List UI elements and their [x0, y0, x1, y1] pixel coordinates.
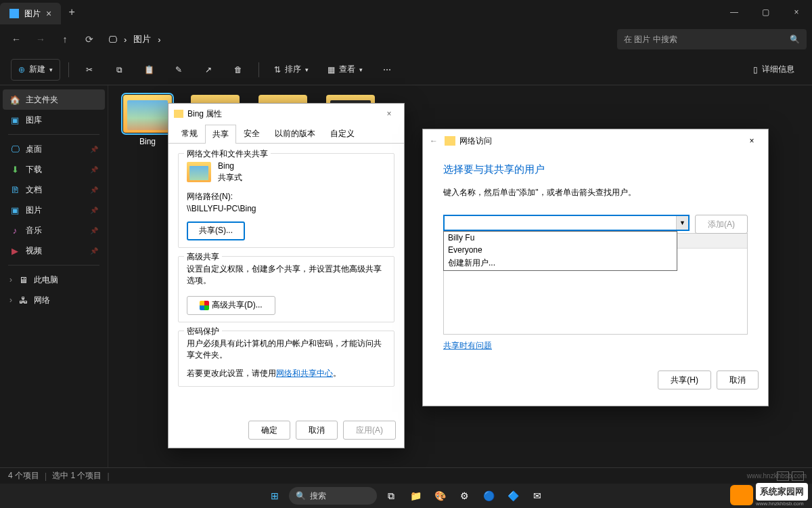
pin-icon: 📌 [90, 227, 98, 234]
tab-previous[interactable]: 以前的版本 [267, 124, 323, 143]
taskbar-app[interactable]: ✉ [527, 486, 547, 506]
active-tab[interactable]: 图片 × [0, 3, 61, 24]
add-button[interactable]: 添加(A) [695, 215, 748, 234]
cancel-button[interactable]: 取消 [717, 371, 759, 389]
dialog-title: 网络访问 [459, 135, 492, 147]
tab-share[interactable]: 共享 [205, 125, 236, 144]
dropdown-caret[interactable]: ▼ [676, 216, 688, 230]
close-tab-icon[interactable]: × [46, 8, 51, 19]
paste-button[interactable]: 📋 [137, 59, 161, 81]
close-window-button[interactable]: × [781, 0, 812, 24]
taskbar-app[interactable]: 📁 [405, 486, 426, 506]
share-dialog: ← 网络访问 × 选择要与其共享的用户 键入名称，然后单击"添加"，或者单击箭头… [422, 129, 769, 406]
navbar: ← → ↑ ⟳ 🖵 › 图片 › 在 图片 中搜索 🔍 [0, 24, 812, 54]
close-button[interactable]: × [380, 109, 399, 119]
apply-button[interactable]: 应用(A) [343, 421, 396, 440]
desktop-icon: 🖵 [9, 144, 20, 154]
pictures-icon [9, 9, 19, 18]
breadcrumb-item[interactable]: 图片 [133, 33, 151, 45]
password-section: 密码保护 用户必须具有此计算机的用户帐户和密码，才能访问共享文件夹。 若要更改此… [178, 331, 394, 387]
taskbar: ⊞ 🔍搜索 ⧉ 📁 🎨 ⚙ 🔵 🔷 ✉ ^ 英 ., [0, 484, 812, 508]
heading: 选择要与其共享的用户 [443, 163, 748, 176]
close-button[interactable]: × [742, 136, 761, 146]
sidebar-item-downloads[interactable]: ⬇下载📌 [3, 159, 105, 179]
sidebar-item-music[interactable]: ♪音乐📌 [3, 220, 105, 240]
item-count: 4 个项目 [8, 470, 39, 482]
search-input[interactable]: 在 图片 中搜索 🔍 [617, 29, 807, 49]
folder-icon [187, 162, 211, 182]
taskbar-app[interactable]: 🔷 [503, 486, 523, 506]
rename-button[interactable]: ✎ [166, 59, 191, 81]
dialog-title: Bing 属性 [187, 108, 222, 120]
house-icon [730, 485, 753, 505]
cancel-button[interactable]: 取消 [296, 421, 338, 440]
tab-body: 网络文件和文件夹共享 Bing 共享式 网络路径(N): \\BILLYFU-P… [168, 143, 404, 421]
sidebar-item-documents[interactable]: 🖹文档📌 [3, 179, 105, 200]
trouble-link[interactable]: 共享时有问题 [443, 340, 492, 352]
pin-icon: 📌 [90, 207, 98, 214]
plus-icon: ⊕ [18, 65, 25, 75]
up-button[interactable]: ↑ [54, 28, 76, 50]
pin-icon: 📌 [90, 247, 98, 255]
sidebar-item-desktop[interactable]: 🖵桌面📌 [3, 139, 105, 159]
advanced-share-button[interactable]: 高级共享(D)... [187, 296, 275, 315]
more-button[interactable]: ⋯ [375, 59, 399, 81]
share-confirm-button[interactable]: 共享(H) [658, 371, 711, 389]
copy-button[interactable]: ⧉ [107, 59, 131, 81]
dropdown-item[interactable]: Billy Fu [444, 232, 677, 244]
user-input[interactable] [445, 216, 676, 230]
shield-icon [200, 301, 209, 310]
folder-item[interactable]: Bing [120, 95, 175, 146]
monitor-icon: 🖵 [108, 35, 117, 45]
sidebar-item-thispc[interactable]: ›🖥此电脑 [3, 270, 105, 290]
view-icon: ▦ [328, 65, 335, 75]
paste-icon: 📋 [144, 65, 154, 75]
refresh-button[interactable]: ⟳ [78, 28, 100, 50]
dropdown-item[interactable]: 创建新用户... [444, 256, 677, 270]
task-view-button[interactable]: ⧉ [381, 486, 401, 506]
forward-button[interactable]: → [30, 28, 51, 50]
dialog-titlebar[interactable]: ← 网络访问 × [423, 129, 768, 152]
video-icon: ▶ [9, 246, 20, 256]
minimize-button[interactable]: — [719, 0, 750, 24]
new-tab-button[interactable]: + [61, 0, 83, 24]
sidebar-item-pictures[interactable]: ▣图片📌 [3, 200, 105, 220]
sidebar-item-gallery[interactable]: ▣图库 [3, 110, 105, 130]
network-share-section: 网络文件和文件夹共享 Bing 共享式 网络路径(N): \\BILLYFU-P… [178, 153, 394, 248]
sidebar-item-network[interactable]: ›🖧网络 [3, 290, 105, 310]
folder-name: Bing [218, 161, 242, 172]
tab-custom[interactable]: 自定义 [323, 124, 362, 143]
pin-icon: 📌 [90, 146, 98, 153]
tab-security[interactable]: 安全 [236, 124, 267, 143]
ok-button[interactable]: 确定 [248, 421, 290, 440]
share-button[interactable]: ↗ [196, 59, 221, 81]
breadcrumb[interactable]: 🖵 › 图片 › [108, 33, 161, 45]
tab-label: 图片 [24, 8, 41, 20]
user-combo[interactable]: ▼ Billy Fu Everyone 创建新用户... [443, 215, 690, 231]
taskbar-search[interactable]: 🔍搜索 [289, 487, 377, 505]
sidebar-item-home[interactable]: 🏠主文件夹 [3, 89, 105, 110]
watermark-badge: 系统家园网www.hnzkhbsb.com [730, 483, 808, 507]
music-icon: ♪ [9, 226, 20, 236]
network-center-link[interactable]: 网络和共享中心 [276, 368, 333, 378]
view-button[interactable]: ▦ 查看 ▾ [321, 59, 369, 81]
start-button[interactable]: ⊞ [265, 486, 285, 506]
back-icon[interactable]: ← [430, 136, 438, 146]
chevron-down-icon: ▾ [49, 66, 53, 73]
tab-general[interactable]: 常规 [174, 124, 205, 143]
taskbar-app[interactable]: 🔵 [478, 486, 499, 506]
sidebar-item-videos[interactable]: ▶视频📌 [3, 240, 105, 261]
cut-button[interactable]: ✂ [77, 59, 102, 81]
dialog-titlebar[interactable]: Bing 属性 × [168, 104, 404, 124]
delete-button[interactable]: 🗑 [226, 59, 250, 81]
new-button[interactable]: ⊕ 新建 ▾ [11, 59, 60, 81]
details-pane-button[interactable]: ▯ 详细信息 [746, 59, 801, 81]
maximize-button[interactable]: ▢ [750, 0, 781, 24]
sort-button[interactable]: ⇅ 排序 ▾ [267, 59, 315, 81]
taskbar-app[interactable]: ⚙ [454, 486, 474, 506]
taskbar-app[interactable]: 🎨 [430, 486, 450, 506]
sidebar: 🏠主文件夹 ▣图库 🖵桌面📌 ⬇下载📌 🖹文档📌 ▣图片📌 ♪音乐📌 ▶视频📌 … [0, 85, 108, 481]
back-button[interactable]: ← [5, 28, 27, 50]
dropdown-item[interactable]: Everyone [444, 244, 677, 256]
share-button[interactable]: 共享(S)... [187, 221, 245, 240]
